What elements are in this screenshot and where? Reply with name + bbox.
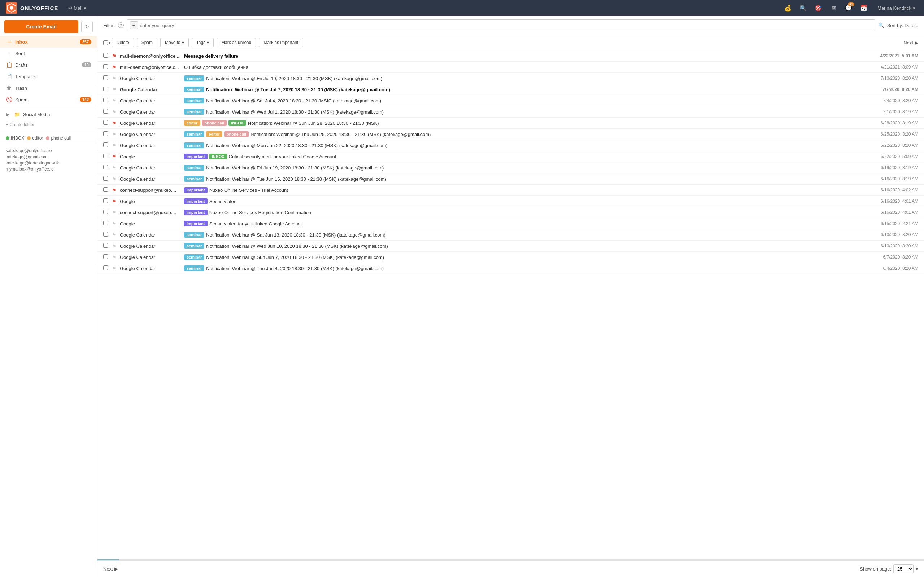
email-flag-8[interactable]: ⚑ bbox=[112, 132, 117, 137]
next-button-top[interactable]: Next ▶ bbox=[903, 40, 918, 45]
email-tag-seminar[interactable]: seminar bbox=[184, 165, 204, 171]
email-flag-4[interactable]: ⚑ bbox=[112, 87, 117, 92]
email-checkbox-15[interactable] bbox=[103, 210, 109, 215]
email-checkbox-3[interactable] bbox=[103, 76, 109, 81]
email-checkbox-9[interactable] bbox=[103, 142, 109, 148]
sidebar-folders-section[interactable]: ▶ 📁 Social Media bbox=[0, 108, 97, 120]
account-0[interactable]: kate.kage@onlyoffice.io bbox=[6, 148, 91, 153]
email-flag-17[interactable]: ⚑ bbox=[112, 232, 117, 238]
account-2[interactable]: kate.kage@fortestingnew.tk bbox=[6, 161, 91, 166]
crm-button[interactable]: 💰 bbox=[782, 2, 795, 15]
email-row[interactable]: ⚑ connect-support@nuxeo.... important Nu… bbox=[97, 185, 924, 196]
email-checkbox-11[interactable] bbox=[103, 165, 109, 171]
sidebar-item-sent[interactable]: ↑ Sent bbox=[0, 48, 97, 59]
email-row[interactable]: ⚑ connect-support@nuxeo.... important Nu… bbox=[97, 207, 924, 218]
email-tag-editor[interactable]: editor bbox=[184, 120, 200, 126]
move-to-button[interactable]: Move to ▾ bbox=[160, 38, 189, 47]
email-checkbox-20[interactable] bbox=[103, 266, 109, 271]
filter-search-icon[interactable]: 🔍 bbox=[878, 23, 884, 28]
email-row[interactable]: ⚑ Google importantINBOX Critical securit… bbox=[97, 151, 924, 162]
email-row[interactable]: ⚑ Google important Security alert for yo… bbox=[97, 218, 924, 229]
email-checkbox-7[interactable] bbox=[103, 120, 109, 126]
email-checkbox-1[interactable] bbox=[103, 53, 109, 59]
email-row[interactable]: ⚑ Google Calendar seminar Notification: … bbox=[97, 240, 924, 252]
email-tag-important[interactable]: important bbox=[184, 187, 208, 193]
calendar-button[interactable]: 📅 bbox=[857, 2, 870, 15]
chat-button[interactable]: 💬 91 bbox=[842, 2, 855, 15]
email-checkbox-2[interactable] bbox=[103, 64, 109, 70]
email-flag-16[interactable]: ⚑ bbox=[112, 221, 117, 226]
email-checkbox-14[interactable] bbox=[103, 198, 109, 204]
checkbox-dropdown-arrow[interactable]: ▾ bbox=[109, 41, 110, 45]
email-tag-seminar[interactable]: seminar bbox=[184, 254, 204, 260]
create-folder-button[interactable]: + Create folder bbox=[0, 120, 97, 129]
email-tag-important[interactable]: important bbox=[184, 198, 208, 204]
email-checkbox-5[interactable] bbox=[103, 98, 109, 103]
show-count-select[interactable]: 25 50 100 bbox=[893, 564, 914, 574]
email-row[interactable]: ⚑ mail-daemon@onlyoffice.c... Ошибка дос… bbox=[97, 62, 924, 73]
account-3[interactable]: mymailbox@onlyoffice.io bbox=[6, 167, 91, 172]
email-row[interactable]: ⚑ mail-daemon@onlyoffice.... Message del… bbox=[97, 50, 924, 62]
email-row[interactable]: ⚑ Google Calendar seminareditorphone cal… bbox=[97, 129, 924, 140]
email-row[interactable]: ⚑ Google Calendar seminar Notification: … bbox=[97, 106, 924, 118]
email-flag-10[interactable]: ⚑ bbox=[112, 154, 117, 160]
email-flag-1[interactable]: ⚑ bbox=[112, 53, 117, 59]
email-row[interactable]: ⚑ Google Calendar seminar Notification: … bbox=[97, 140, 924, 151]
app-logo[interactable]: ONLYOFFICE bbox=[6, 2, 58, 14]
email-tag-inbox[interactable]: INBOX bbox=[209, 154, 227, 160]
email-flag-5[interactable]: ⚑ bbox=[112, 98, 117, 103]
email-checkbox-6[interactable] bbox=[103, 109, 109, 115]
email-flag-12[interactable]: ⚑ bbox=[112, 176, 117, 182]
email-tag-important[interactable]: important bbox=[184, 154, 208, 160]
spam-button[interactable]: Spam bbox=[137, 38, 157, 47]
email-checkbox-17[interactable] bbox=[103, 232, 109, 238]
email-tag-inbox[interactable]: INBOX bbox=[228, 120, 246, 126]
email-tag-seminar[interactable]: seminar bbox=[184, 176, 204, 182]
email-checkbox-4[interactable] bbox=[103, 87, 109, 92]
email-flag-2[interactable]: ⚑ bbox=[112, 64, 117, 70]
email-tag-phone-call[interactable]: phone call bbox=[202, 120, 227, 126]
global-search-button[interactable]: 🔍 bbox=[796, 2, 809, 15]
tags-button[interactable]: Tags ▾ bbox=[192, 38, 214, 47]
email-flag-19[interactable]: ⚑ bbox=[112, 255, 117, 260]
sidebar-item-trash[interactable]: 🗑 Trash bbox=[0, 82, 97, 94]
email-row[interactable]: ⚑ Google Calendar seminar Notification: … bbox=[97, 84, 924, 95]
email-flag-3[interactable]: ⚑ bbox=[112, 76, 117, 81]
email-tag-important[interactable]: important bbox=[184, 210, 208, 215]
filter-input[interactable] bbox=[140, 23, 872, 28]
email-tag-seminar[interactable]: seminar bbox=[184, 76, 204, 81]
email-checkbox-12[interactable] bbox=[103, 176, 109, 182]
filter-help-button[interactable]: ? bbox=[118, 23, 124, 28]
refresh-button[interactable]: ↻ bbox=[81, 21, 93, 32]
email-tag-seminar[interactable]: seminar bbox=[184, 142, 204, 148]
sidebar-item-templates[interactable]: 📄 Templates bbox=[0, 71, 97, 82]
email-tag-seminar[interactable]: seminar bbox=[184, 266, 204, 271]
editor-tag[interactable]: editor bbox=[27, 135, 43, 141]
email-checkbox-8[interactable] bbox=[103, 131, 109, 137]
email-flag-13[interactable]: ⚑ bbox=[112, 187, 117, 193]
phone-call-tag[interactable]: phone call bbox=[46, 135, 71, 141]
email-flag-20[interactable]: ⚑ bbox=[112, 266, 117, 271]
email-flag-11[interactable]: ⚑ bbox=[112, 165, 117, 171]
email-row[interactable]: ⚑ Google Calendar seminar Notification: … bbox=[97, 263, 924, 274]
mail-nav-button[interactable]: ✉ bbox=[827, 2, 840, 15]
sidebar-item-spam[interactable]: 🚫 Spam 142 bbox=[0, 94, 97, 105]
email-row[interactable]: ⚑ Google Calendar editorphone callINBOX … bbox=[97, 118, 924, 129]
email-flag-9[interactable]: ⚑ bbox=[112, 143, 117, 148]
inbox-tag[interactable]: INBOX bbox=[6, 135, 24, 141]
email-checkbox-18[interactable] bbox=[103, 243, 109, 249]
account-1[interactable]: katekage@gmail.com bbox=[6, 154, 91, 160]
email-tag-important[interactable]: important bbox=[184, 221, 208, 226]
email-tag-seminar[interactable]: seminar bbox=[184, 131, 204, 137]
email-row[interactable]: ⚑ Google important Security alert 6/16/2… bbox=[97, 196, 924, 207]
sidebar-item-drafts[interactable]: 📋 Drafts 19 bbox=[0, 59, 97, 71]
email-flag-7[interactable]: ⚑ bbox=[112, 121, 117, 126]
email-tag-editor[interactable]: editor bbox=[206, 131, 222, 137]
filter-add-button[interactable]: + bbox=[130, 21, 138, 29]
email-row[interactable]: ⚑ Google Calendar seminar Notification: … bbox=[97, 73, 924, 84]
email-row[interactable]: ⚑ Google Calendar seminar Notification: … bbox=[97, 174, 924, 185]
mark-important-button[interactable]: Mark as important bbox=[259, 38, 303, 47]
email-checkbox-13[interactable] bbox=[103, 187, 109, 193]
email-row[interactable]: ⚑ Google Calendar seminar Notification: … bbox=[97, 252, 924, 263]
email-flag-15[interactable]: ⚑ bbox=[112, 210, 117, 215]
